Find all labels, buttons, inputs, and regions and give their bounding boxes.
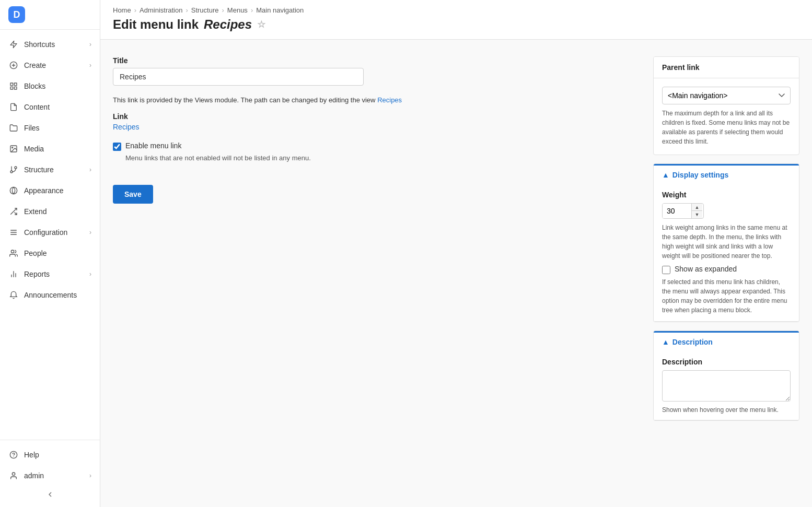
- sidebar-item-label: Media: [24, 145, 91, 153]
- chevron-icon: ›: [89, 166, 91, 173]
- title-label: Title: [113, 56, 641, 65]
- configuration-icon: [8, 227, 19, 238]
- enable-menu-link-checkbox[interactable]: [113, 143, 121, 151]
- enable-menu-link-group: Enable menu link Menu links that are not…: [113, 142, 641, 162]
- weight-helper-text: Link weight among links in the same menu…: [662, 223, 791, 261]
- description-textarea[interactable]: [662, 370, 791, 402]
- sidebar-item-configuration[interactable]: Configuration ›: [0, 222, 100, 243]
- content-area: Title This link is provided by the Views…: [100, 40, 812, 507]
- description-panel: ▲ Description Description Shown when hov…: [653, 331, 799, 421]
- help-icon: [8, 450, 19, 460]
- description-hint: Shown when hovering over the menu link.: [662, 406, 791, 414]
- description-section-header[interactable]: ▲ Description: [654, 331, 799, 351]
- show-expanded-label[interactable]: Show as expanded: [675, 265, 737, 273]
- sidebar-item-files[interactable]: Files: [0, 117, 100, 138]
- form-section: Title This link is provided by the Views…: [113, 56, 641, 490]
- extend-icon: [8, 206, 19, 217]
- plus-circle-icon: [8, 60, 19, 70]
- sidebar-item-label: Configuration: [24, 228, 89, 237]
- sidebar-item-label: Blocks: [24, 82, 91, 90]
- svg-rect-6: [14, 87, 17, 89]
- sidebar-item-reports[interactable]: Reports ›: [0, 264, 100, 285]
- chevron-icon: ›: [89, 62, 91, 69]
- weight-decrement-button[interactable]: ▼: [692, 211, 702, 218]
- parent-link-helper: The maximum depth for a link and all its…: [662, 109, 791, 146]
- display-settings-header[interactable]: ▲ Display settings: [654, 164, 799, 184]
- image-icon: [8, 144, 19, 154]
- main-content: Home › Administration › Structure › Menu…: [100, 0, 812, 507]
- views-info-text: This link is provided by the Views modul…: [113, 96, 641, 104]
- grid-icon: [8, 81, 19, 91]
- announcements-icon: [8, 290, 19, 300]
- shortcuts-icon: [8, 39, 19, 50]
- collapse-sidebar-button[interactable]: [0, 486, 100, 503]
- svg-point-18: [11, 250, 14, 253]
- sidebar-item-label: Appearance: [24, 186, 91, 195]
- chevron-icon: ›: [89, 472, 91, 479]
- breadcrumb-sep: ›: [185, 6, 188, 14]
- show-expanded-row: Show as expanded: [662, 265, 791, 274]
- svg-point-8: [12, 147, 13, 148]
- user-icon: [8, 470, 19, 481]
- file-icon: [8, 102, 19, 112]
- enable-menu-link-row: Enable menu link: [113, 142, 641, 151]
- right-sidebar: Parent link <Main navigation> The maximu…: [653, 56, 799, 490]
- breadcrumb-menus[interactable]: Menus: [227, 6, 248, 14]
- collapse-icon: ▲: [662, 171, 669, 179]
- sidebar-item-announcements[interactable]: Announcements: [0, 285, 100, 305]
- sidebar-item-structure[interactable]: Structure ›: [0, 159, 100, 180]
- weight-increment-button[interactable]: ▲: [692, 204, 702, 211]
- svg-point-24: [12, 473, 15, 475]
- sidebar-item-extend[interactable]: Extend: [0, 201, 100, 222]
- sidebar-item-shortcuts[interactable]: Shortcuts ›: [0, 34, 100, 55]
- save-button[interactable]: Save: [113, 185, 153, 204]
- sidebar-item-label: Content: [24, 103, 91, 111]
- sidebar-item-people[interactable]: People: [0, 243, 100, 264]
- svg-point-12: [10, 187, 17, 194]
- sidebar-item-label: Create: [24, 61, 89, 69]
- page-header: Home › Administration › Structure › Menu…: [100, 0, 812, 40]
- svg-rect-4: [14, 83, 17, 86]
- folder-icon: [8, 123, 19, 133]
- chevron-icon: ›: [89, 229, 91, 236]
- weight-spinners: ▲ ▼: [691, 204, 702, 218]
- sidebar-item-help[interactable]: Help: [0, 444, 100, 465]
- sidebar-item-create[interactable]: Create ›: [0, 55, 100, 76]
- enable-menu-link-hint: Menu links that are not enabled will not…: [125, 154, 641, 162]
- page-title: Edit menu link Recipes ☆: [113, 17, 799, 32]
- page-title-static: Edit menu link: [113, 17, 199, 32]
- description-header-label: Description: [672, 338, 713, 346]
- link-field-group: Link Recipes: [113, 112, 641, 131]
- favorite-star-icon[interactable]: ☆: [257, 19, 265, 30]
- sidebar-logo: D: [0, 0, 100, 30]
- page-title-italic: Recipes: [204, 17, 252, 32]
- sidebar-item-media[interactable]: Media: [0, 138, 100, 159]
- title-input[interactable]: [113, 68, 364, 86]
- sidebar: D Shortcuts › Create › Blocks: [0, 0, 100, 507]
- sidebar-item-admin[interactable]: admin ›: [0, 465, 100, 486]
- breadcrumb-administration[interactable]: Administration: [140, 6, 182, 14]
- show-expanded-checkbox[interactable]: [662, 266, 670, 274]
- weight-input[interactable]: [663, 204, 691, 218]
- reports-icon: [8, 269, 19, 279]
- display-settings-body: Weight ▲ ▼ Link weight among links in th…: [654, 184, 799, 322]
- title-field-group: Title: [113, 56, 641, 86]
- appearance-icon: [8, 185, 19, 196]
- sidebar-nav: Shortcuts › Create › Blocks Content: [0, 30, 100, 440]
- sidebar-item-label: Shortcuts: [24, 40, 89, 49]
- breadcrumb-structure[interactable]: Structure: [191, 6, 219, 14]
- link-label: Link: [113, 112, 641, 121]
- sidebar-item-blocks[interactable]: Blocks: [0, 76, 100, 97]
- sidebar-item-label: Files: [24, 124, 91, 132]
- sidebar-item-content[interactable]: Content: [0, 97, 100, 117]
- link-value-link[interactable]: Recipes: [113, 123, 140, 131]
- parent-link-panel: Parent link <Main navigation> The maximu…: [653, 56, 799, 155]
- breadcrumb-home[interactable]: Home: [113, 6, 131, 14]
- parent-link-select[interactable]: <Main navigation>: [662, 87, 791, 104]
- app-logo[interactable]: D: [8, 6, 25, 23]
- enable-menu-link-label[interactable]: Enable menu link: [125, 142, 181, 150]
- recipes-link[interactable]: Recipes: [377, 96, 402, 104]
- sidebar-item-label: Announcements: [24, 291, 91, 299]
- sidebar-item-appearance[interactable]: Appearance: [0, 180, 100, 201]
- people-icon: [8, 248, 19, 258]
